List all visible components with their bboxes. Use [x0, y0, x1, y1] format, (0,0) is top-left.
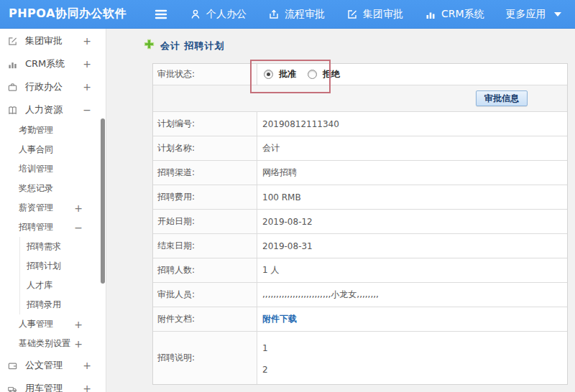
sidebar-item-label: 人事管理	[19, 318, 53, 330]
top-navigation-bar: PHPOA协同办公软件 个人办公 流程审批	[0, 0, 575, 29]
nav-label: CRM系统	[441, 8, 484, 21]
sidebar-item-label: 集团审批	[25, 34, 63, 47]
radio-reject-label: 拒绝	[323, 68, 340, 80]
expand-plus-icon[interactable]: +	[83, 58, 91, 70]
approval-info-button[interactable]: 审批信息	[476, 90, 528, 106]
nav-group-approval[interactable]: 集团审批	[346, 8, 403, 21]
field-value: 网络招聘	[257, 161, 567, 185]
approval-button-row: 审批信息	[153, 85, 567, 112]
expand-plus-icon[interactable]: +	[74, 338, 83, 350]
description-line: 2	[262, 359, 268, 381]
expand-plus-icon[interactable]: +	[83, 35, 91, 47]
field-row-headcount: 招聘人数: 1 人	[153, 258, 567, 283]
sidebar-item-label: 招聘需求	[27, 241, 61, 253]
field-label: 开始日期:	[153, 210, 257, 233]
field-value: 附件下载	[257, 307, 567, 331]
page-title: 会计 招聘计划	[144, 39, 225, 52]
sidebar-scrollbar-thumb[interactable]	[101, 118, 105, 284]
flow-export-icon	[268, 9, 280, 20]
briefcase-icon	[7, 81, 19, 93]
recruit-plan-detail-table: 审批状态: 批准 拒绝 审批信息 计划编号: 20190812111340 计划…	[152, 63, 568, 385]
sidebar-item-vehicle-mgmt[interactable]: 用车管理 +	[0, 378, 106, 392]
sidebar-item-group-approval[interactable]: 集团审批 +	[0, 30, 106, 52]
sidebar-item-talent-pool[interactable]: 人才库	[20, 276, 106, 295]
field-row-attachment: 附件文档: 附件下载	[153, 307, 567, 332]
truck-icon	[7, 383, 19, 392]
field-label: 计划编号:	[153, 112, 257, 136]
field-label: 计划名称:	[153, 136, 257, 160]
field-row-recruit-cost: 招聘费用: 100 RMB	[153, 185, 567, 210]
expand-plus-icon[interactable]: +	[83, 360, 91, 371]
sidebar-item-label: 奖惩记录	[19, 182, 53, 195]
sidebar-item-training-mgmt[interactable]: 培训管理	[0, 159, 106, 179]
collapse-minus-icon[interactable]: −	[83, 104, 91, 116]
nav-personal-office[interactable]: 个人办公	[190, 8, 247, 21]
main-content: 会计 招聘计划 审批状态: 批准 拒绝 审批信息 计划编号: 2019081	[106, 29, 575, 392]
radio-approve[interactable]	[264, 70, 273, 79]
field-row-recruit-channel: 招聘渠道: 网络招聘	[153, 161, 567, 185]
field-row-end-date: 结束日期: 2019-08-31	[153, 234, 567, 258]
book-icon	[7, 104, 19, 116]
person-icon	[190, 9, 201, 20]
approval-status-value: 批准 拒绝	[257, 64, 567, 85]
field-row-approvers: 审批人员: ,,,,,,,,,,,,,,,,,,,,,,,,,小龙女,,,,,,…	[153, 283, 567, 307]
nav-label: 集团审批	[363, 8, 403, 21]
description-line: 1	[262, 337, 268, 359]
field-value: 2019-08-12	[257, 210, 567, 233]
sidebar-item-recruit-demand[interactable]: 招聘需求	[20, 237, 106, 256]
sidebar-item-base-category-settings[interactable]: 基础类别设置 +	[0, 334, 106, 353]
radio-reject[interactable]	[308, 70, 317, 79]
sidebar-item-salary-mgmt[interactable]: 薪资管理 +	[0, 198, 106, 218]
expand-plus-icon[interactable]: +	[74, 319, 83, 330]
field-label: 结束日期:	[153, 234, 257, 258]
nav-crm-system[interactable]: CRM系统	[425, 8, 484, 21]
approval-status-row: 审批状态: 批准 拒绝	[153, 64, 567, 85]
edit-square-icon	[7, 35, 19, 47]
caret-down-icon	[554, 12, 561, 17]
field-value: 1 人	[257, 258, 567, 282]
page-title-text: 会计 招聘计划	[160, 39, 225, 52]
nav-more-apps[interactable]: 更多应用	[506, 8, 561, 21]
attachment-download-link[interactable]: 附件下载	[262, 313, 297, 325]
sidebar-item-recruit-plan[interactable]: 招聘计划	[20, 256, 106, 276]
expand-plus-icon[interactable]: +	[74, 202, 83, 214]
expand-plus-icon[interactable]: +	[83, 383, 91, 392]
sidebar-item-reward-punishment[interactable]: 奖惩记录	[0, 179, 106, 198]
field-label: 审批人员:	[153, 283, 257, 307]
sidebar-item-label: 人事合同	[19, 144, 53, 156]
sidebar-item-recruit-mgmt[interactable]: 招聘管理 −	[0, 218, 106, 237]
field-value: ,,,,,,,,,,,,,,,,,,,,,,,,,小龙女,,,,,,,,	[257, 283, 567, 307]
sidebar-item-label: 行政办公	[25, 80, 63, 93]
top-nav-menu: 个人办公 流程审批 集团审批	[154, 8, 561, 21]
hamburger-menu-icon[interactable]	[154, 9, 168, 20]
sidebar-item-label: 考勤管理	[19, 124, 53, 136]
sidebar-item-document-mgmt[interactable]: 公文管理 +	[0, 355, 106, 376]
bar-chart-icon	[425, 9, 436, 20]
sidebar-item-label: 招聘录用	[27, 299, 61, 311]
collapse-minus-icon[interactable]: −	[74, 222, 83, 233]
expand-plus-icon[interactable]: +	[83, 81, 91, 93]
field-value: 20190812111340	[257, 112, 567, 136]
sidebar-item-personnel-mgmt[interactable]: 人事管理 +	[0, 314, 106, 334]
sidebar-item-personnel-contract[interactable]: 人事合同	[0, 140, 106, 159]
field-label: 审批状态:	[153, 64, 257, 85]
sidebar-item-attendance-mgmt[interactable]: 考勤管理	[0, 121, 106, 140]
field-row-start-date: 开始日期: 2019-08-12	[153, 210, 567, 234]
field-label: 招聘人数:	[153, 258, 257, 282]
sidebar-item-recruit-hire[interactable]: 招聘录用	[20, 295, 106, 314]
nav-label: 个人办公	[206, 8, 247, 21]
field-row-plan-name: 计划名称: 会计	[153, 136, 567, 161]
nav-flow-approval[interactable]: 流程审批	[268, 8, 325, 21]
field-label: 招聘说明:	[153, 332, 257, 384]
sidebar-item-label: CRM系统	[25, 57, 65, 70]
recruit-submenu: 招聘需求 招聘计划 人才库 招聘录用	[19, 237, 106, 314]
field-value: 2019-08-31	[257, 234, 567, 258]
field-row-recruit-description: 招聘说明: 1 2	[153, 332, 567, 384]
edit-square-icon	[346, 9, 358, 20]
sidebar-item-label: 基础类别设置	[19, 337, 70, 350]
sidebar-item-human-resources[interactable]: 人力资源 −	[0, 99, 106, 121]
nav-label: 流程审批	[285, 8, 325, 21]
sidebar-item-admin-office[interactable]: 行政办公 +	[0, 76, 106, 98]
sidebar-item-crm[interactable]: CRM系统 +	[0, 53, 106, 75]
sidebar-item-label: 招聘计划	[27, 260, 61, 272]
